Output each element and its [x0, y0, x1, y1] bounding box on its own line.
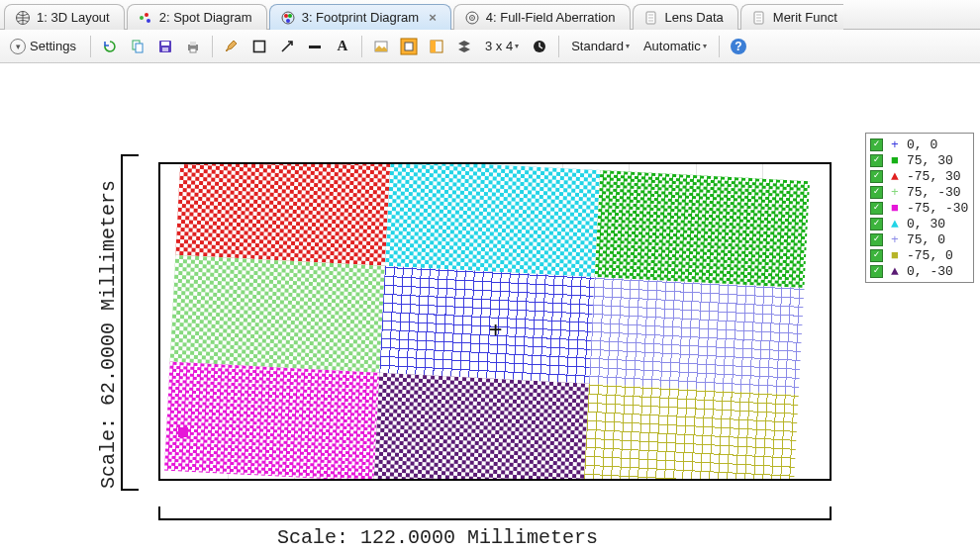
- tab-3d-layout[interactable]: 1: 3D Layout: [4, 4, 125, 30]
- legend-label: -75, -30: [907, 201, 968, 216]
- save-icon: [157, 39, 173, 54]
- image-icon: [373, 39, 389, 54]
- legend-label: 75, 30: [907, 153, 953, 168]
- plot-frame[interactable]: +: [158, 162, 832, 481]
- svg-rect-19: [190, 42, 196, 46]
- checkbox-icon[interactable]: ✓: [870, 202, 883, 215]
- legend-marker: +: [889, 232, 901, 247]
- tab-full-field-aberration[interactable]: 4: Full-Field Aberration: [453, 4, 631, 30]
- legend-item[interactable]: ✓+75, 0: [870, 231, 969, 247]
- checkbox-icon[interactable]: ✓: [870, 233, 883, 246]
- separator: [212, 36, 213, 57]
- close-icon[interactable]: ×: [429, 10, 437, 25]
- clock-button[interactable]: [527, 34, 552, 59]
- svg-point-6: [288, 14, 292, 18]
- field-tile-0-0: [379, 266, 594, 386]
- legend-item[interactable]: ✓■-75, 0: [870, 247, 969, 263]
- text-icon: A: [338, 38, 348, 54]
- tab-spot-diagram[interactable]: 2: Spot Diagram: [127, 4, 267, 30]
- print-icon: [185, 39, 201, 54]
- legend-marker: ■: [889, 153, 901, 168]
- tab-label: 2: Spot Diagram: [159, 10, 252, 25]
- rectangle-icon: [251, 39, 267, 54]
- y-bracket: [121, 154, 139, 491]
- checkbox-icon[interactable]: ✓: [870, 138, 883, 151]
- tab-merit-function[interactable]: Merit Funct: [740, 4, 843, 30]
- layout-button[interactable]: [424, 34, 449, 59]
- legend: ✓+0, 0✓■75, 30✓▲-75, 30✓+75, -30✓■-75, -…: [865, 133, 974, 283]
- legend-item[interactable]: ✓+75, -30: [870, 184, 969, 200]
- checkbox-icon[interactable]: ✓: [870, 265, 883, 278]
- legend-marker: +: [889, 138, 901, 152]
- image-button[interactable]: [368, 34, 394, 59]
- layers-button[interactable]: [451, 34, 477, 59]
- checkbox-icon[interactable]: ✓: [870, 154, 883, 167]
- help-button[interactable]: ?: [726, 34, 751, 59]
- legend-marker: ▲: [889, 169, 901, 184]
- automatic-dropdown[interactable]: Automatic ▾: [637, 34, 713, 59]
- grid-size-label: 3 x 4: [485, 39, 513, 53]
- legend-item[interactable]: ✓■-75, -30: [870, 200, 969, 216]
- text-annotate-button[interactable]: A: [330, 34, 355, 59]
- x-bracket: [158, 507, 832, 520]
- legend-item[interactable]: ✓■75, 30: [870, 152, 969, 168]
- checkbox-icon[interactable]: ✓: [870, 249, 883, 262]
- legend-marker: ■: [889, 248, 901, 263]
- field-tile--75--30: [164, 362, 379, 481]
- checkbox-icon[interactable]: ✓: [870, 218, 883, 230]
- legend-item[interactable]: ✓▲-75, 30: [870, 168, 969, 184]
- center-marker: +: [489, 317, 507, 334]
- checkbox-icon[interactable]: ✓: [870, 186, 883, 199]
- caret-icon: ▾: [703, 42, 707, 50]
- caret-icon: ▾: [626, 42, 630, 50]
- separator: [90, 36, 91, 57]
- svg-rect-20: [190, 48, 196, 52]
- settings-button[interactable]: ▾ Settings: [6, 34, 84, 59]
- arrow-icon: [279, 39, 295, 54]
- svg-point-5: [284, 14, 288, 18]
- copy-button[interactable]: [125, 34, 150, 59]
- print-button[interactable]: [180, 34, 206, 59]
- globe-icon: [15, 10, 31, 26]
- tab-footprint-diagram[interactable]: 3: Footprint Diagram ×: [269, 4, 451, 30]
- legend-marker: ■: [889, 201, 901, 216]
- refresh-icon: [102, 39, 118, 54]
- layout-icon: [429, 39, 444, 54]
- svg-rect-14: [136, 44, 143, 52]
- separator: [558, 36, 559, 57]
- legend-label: 0, 0: [907, 138, 937, 152]
- refresh-button[interactable]: [97, 34, 123, 59]
- plot-canvas: Scale: 62.0000 Millimeters Scale: 122.00…: [0, 63, 980, 553]
- field-tile--75-0: [583, 384, 798, 481]
- caret-icon: ▾: [515, 42, 519, 50]
- edge-marker: [178, 427, 188, 437]
- field-tile-75--30: [169, 255, 384, 375]
- legend-item[interactable]: ✓▲0, 30: [870, 216, 969, 231]
- legend-item[interactable]: ✓▲0, -30: [870, 263, 969, 279]
- standard-dropdown[interactable]: Standard ▾: [565, 34, 636, 59]
- tab-label: 1: 3D Layout: [37, 10, 110, 25]
- fit-button[interactable]: [396, 34, 422, 59]
- svg-point-3: [147, 19, 150, 23]
- field-tile-75-0: [589, 277, 804, 397]
- line-weight-button[interactable]: [302, 34, 328, 59]
- legend-marker: ▲: [889, 264, 901, 279]
- legend-label: -75, 0: [907, 248, 953, 263]
- arrow-button[interactable]: [274, 34, 300, 59]
- legend-item[interactable]: ✓+0, 0: [870, 137, 969, 152]
- legend-label: 0, -30: [907, 264, 953, 279]
- standard-label: Standard: [571, 39, 624, 53]
- document-icon: [643, 10, 659, 26]
- save-button[interactable]: [152, 34, 178, 59]
- legend-marker: ▲: [889, 217, 901, 231]
- legend-label: 75, 0: [907, 232, 945, 247]
- tab-lens-data[interactable]: Lens Data: [633, 4, 738, 30]
- clock-icon: [532, 39, 547, 54]
- layers-icon: [456, 39, 472, 54]
- pencil-button[interactable]: [219, 34, 245, 59]
- svg-rect-22: [309, 46, 321, 48]
- rectangle-button[interactable]: [246, 34, 272, 59]
- checkbox-icon[interactable]: ✓: [870, 170, 883, 183]
- grid-size-button[interactable]: 3 x 4 ▾: [479, 34, 525, 59]
- svg-point-2: [145, 13, 148, 17]
